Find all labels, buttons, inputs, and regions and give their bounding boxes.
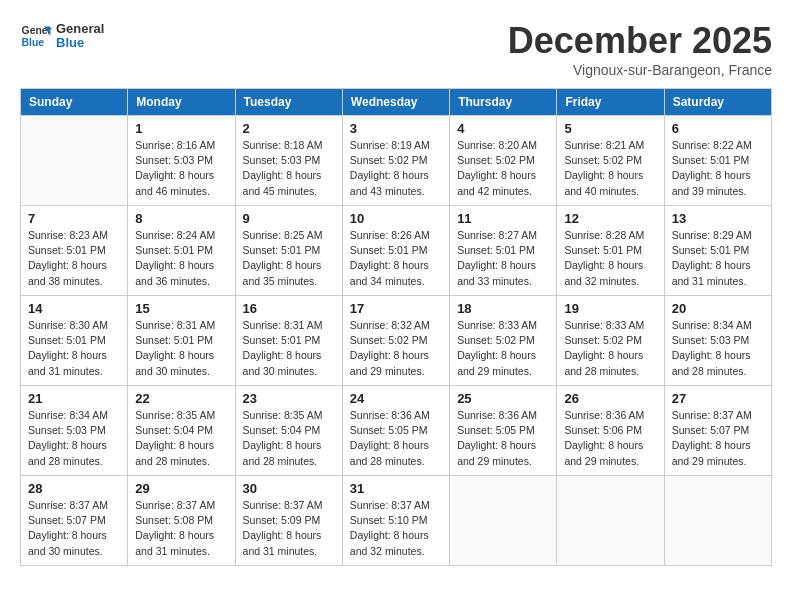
calendar-cell: 23Sunrise: 8:35 AMSunset: 5:04 PMDayligh… [235, 386, 342, 476]
calendar-cell [21, 116, 128, 206]
logo-icon: General Blue [20, 20, 52, 52]
day-info: Sunrise: 8:35 AMSunset: 5:04 PMDaylight:… [243, 408, 335, 469]
logo-blue: Blue [56, 36, 104, 50]
calendar-cell: 4Sunrise: 8:20 AMSunset: 5:02 PMDaylight… [450, 116, 557, 206]
calendar-week-5: 28Sunrise: 8:37 AMSunset: 5:07 PMDayligh… [21, 476, 772, 566]
calendar-cell: 25Sunrise: 8:36 AMSunset: 5:05 PMDayligh… [450, 386, 557, 476]
header: General Blue General Blue December 2025 … [20, 20, 772, 78]
column-header-sunday: Sunday [21, 89, 128, 116]
calendar-week-3: 14Sunrise: 8:30 AMSunset: 5:01 PMDayligh… [21, 296, 772, 386]
day-number: 2 [243, 121, 335, 136]
day-info: Sunrise: 8:36 AMSunset: 5:05 PMDaylight:… [457, 408, 549, 469]
calendar-cell: 11Sunrise: 8:27 AMSunset: 5:01 PMDayligh… [450, 206, 557, 296]
calendar-cell: 3Sunrise: 8:19 AMSunset: 5:02 PMDaylight… [342, 116, 449, 206]
day-info: Sunrise: 8:37 AMSunset: 5:09 PMDaylight:… [243, 498, 335, 559]
day-number: 30 [243, 481, 335, 496]
day-number: 16 [243, 301, 335, 316]
day-number: 7 [28, 211, 120, 226]
day-number: 11 [457, 211, 549, 226]
day-number: 10 [350, 211, 442, 226]
calendar-cell: 27Sunrise: 8:37 AMSunset: 5:07 PMDayligh… [664, 386, 771, 476]
calendar-cell: 1Sunrise: 8:16 AMSunset: 5:03 PMDaylight… [128, 116, 235, 206]
calendar-cell [664, 476, 771, 566]
column-header-wednesday: Wednesday [342, 89, 449, 116]
calendar-cell: 31Sunrise: 8:37 AMSunset: 5:10 PMDayligh… [342, 476, 449, 566]
calendar-cell: 30Sunrise: 8:37 AMSunset: 5:09 PMDayligh… [235, 476, 342, 566]
day-info: Sunrise: 8:25 AMSunset: 5:01 PMDaylight:… [243, 228, 335, 289]
day-info: Sunrise: 8:37 AMSunset: 5:07 PMDaylight:… [28, 498, 120, 559]
day-number: 6 [672, 121, 764, 136]
day-info: Sunrise: 8:36 AMSunset: 5:05 PMDaylight:… [350, 408, 442, 469]
calendar-cell: 5Sunrise: 8:21 AMSunset: 5:02 PMDaylight… [557, 116, 664, 206]
calendar-cell: 2Sunrise: 8:18 AMSunset: 5:03 PMDaylight… [235, 116, 342, 206]
day-info: Sunrise: 8:28 AMSunset: 5:01 PMDaylight:… [564, 228, 656, 289]
column-header-friday: Friday [557, 89, 664, 116]
day-number: 28 [28, 481, 120, 496]
day-number: 9 [243, 211, 335, 226]
calendar-cell: 18Sunrise: 8:33 AMSunset: 5:02 PMDayligh… [450, 296, 557, 386]
day-number: 31 [350, 481, 442, 496]
calendar-cell: 14Sunrise: 8:30 AMSunset: 5:01 PMDayligh… [21, 296, 128, 386]
day-number: 24 [350, 391, 442, 406]
day-number: 19 [564, 301, 656, 316]
day-number: 17 [350, 301, 442, 316]
logo-general: General [56, 22, 104, 36]
day-number: 12 [564, 211, 656, 226]
calendar-cell: 17Sunrise: 8:32 AMSunset: 5:02 PMDayligh… [342, 296, 449, 386]
column-header-thursday: Thursday [450, 89, 557, 116]
day-number: 26 [564, 391, 656, 406]
calendar-cell: 15Sunrise: 8:31 AMSunset: 5:01 PMDayligh… [128, 296, 235, 386]
logo: General Blue General Blue [20, 20, 104, 52]
day-number: 27 [672, 391, 764, 406]
calendar-cell: 21Sunrise: 8:34 AMSunset: 5:03 PMDayligh… [21, 386, 128, 476]
column-header-saturday: Saturday [664, 89, 771, 116]
day-info: Sunrise: 8:18 AMSunset: 5:03 PMDaylight:… [243, 138, 335, 199]
calendar-week-4: 21Sunrise: 8:34 AMSunset: 5:03 PMDayligh… [21, 386, 772, 476]
column-header-monday: Monday [128, 89, 235, 116]
day-number: 21 [28, 391, 120, 406]
day-info: Sunrise: 8:34 AMSunset: 5:03 PMDaylight:… [672, 318, 764, 379]
day-info: Sunrise: 8:37 AMSunset: 5:08 PMDaylight:… [135, 498, 227, 559]
day-number: 3 [350, 121, 442, 136]
day-info: Sunrise: 8:20 AMSunset: 5:02 PMDaylight:… [457, 138, 549, 199]
calendar-cell: 7Sunrise: 8:23 AMSunset: 5:01 PMDaylight… [21, 206, 128, 296]
location-subtitle: Vignoux-sur-Barangeon, France [508, 62, 772, 78]
month-title: December 2025 [508, 20, 772, 62]
day-number: 25 [457, 391, 549, 406]
column-header-tuesday: Tuesday [235, 89, 342, 116]
day-info: Sunrise: 8:37 AMSunset: 5:10 PMDaylight:… [350, 498, 442, 559]
calendar-cell [450, 476, 557, 566]
calendar-cell: 13Sunrise: 8:29 AMSunset: 5:01 PMDayligh… [664, 206, 771, 296]
day-info: Sunrise: 8:33 AMSunset: 5:02 PMDaylight:… [457, 318, 549, 379]
day-info: Sunrise: 8:34 AMSunset: 5:03 PMDaylight:… [28, 408, 120, 469]
calendar-cell: 22Sunrise: 8:35 AMSunset: 5:04 PMDayligh… [128, 386, 235, 476]
calendar-cell: 19Sunrise: 8:33 AMSunset: 5:02 PMDayligh… [557, 296, 664, 386]
day-info: Sunrise: 8:19 AMSunset: 5:02 PMDaylight:… [350, 138, 442, 199]
day-number: 23 [243, 391, 335, 406]
calendar-cell: 8Sunrise: 8:24 AMSunset: 5:01 PMDaylight… [128, 206, 235, 296]
day-number: 5 [564, 121, 656, 136]
day-info: Sunrise: 8:27 AMSunset: 5:01 PMDaylight:… [457, 228, 549, 289]
day-number: 1 [135, 121, 227, 136]
day-info: Sunrise: 8:21 AMSunset: 5:02 PMDaylight:… [564, 138, 656, 199]
calendar-cell: 20Sunrise: 8:34 AMSunset: 5:03 PMDayligh… [664, 296, 771, 386]
day-info: Sunrise: 8:22 AMSunset: 5:01 PMDaylight:… [672, 138, 764, 199]
day-info: Sunrise: 8:36 AMSunset: 5:06 PMDaylight:… [564, 408, 656, 469]
calendar-cell: 12Sunrise: 8:28 AMSunset: 5:01 PMDayligh… [557, 206, 664, 296]
calendar-cell: 24Sunrise: 8:36 AMSunset: 5:05 PMDayligh… [342, 386, 449, 476]
day-info: Sunrise: 8:32 AMSunset: 5:02 PMDaylight:… [350, 318, 442, 379]
calendar-cell [557, 476, 664, 566]
day-info: Sunrise: 8:33 AMSunset: 5:02 PMDaylight:… [564, 318, 656, 379]
calendar-cell: 16Sunrise: 8:31 AMSunset: 5:01 PMDayligh… [235, 296, 342, 386]
day-number: 22 [135, 391, 227, 406]
day-info: Sunrise: 8:16 AMSunset: 5:03 PMDaylight:… [135, 138, 227, 199]
day-info: Sunrise: 8:31 AMSunset: 5:01 PMDaylight:… [135, 318, 227, 379]
day-number: 20 [672, 301, 764, 316]
svg-text:Blue: Blue [22, 37, 45, 48]
calendar-week-2: 7Sunrise: 8:23 AMSunset: 5:01 PMDaylight… [21, 206, 772, 296]
calendar-cell: 28Sunrise: 8:37 AMSunset: 5:07 PMDayligh… [21, 476, 128, 566]
title-area: December 2025 Vignoux-sur-Barangeon, Fra… [508, 20, 772, 78]
day-number: 4 [457, 121, 549, 136]
calendar-cell: 10Sunrise: 8:26 AMSunset: 5:01 PMDayligh… [342, 206, 449, 296]
calendar-cell: 6Sunrise: 8:22 AMSunset: 5:01 PMDaylight… [664, 116, 771, 206]
